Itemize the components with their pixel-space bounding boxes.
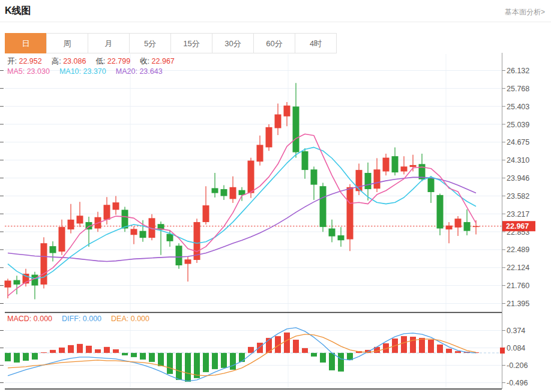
- chart-plot-area[interactable]: [5, 53, 502, 389]
- price-axis-label: 22.124: [507, 264, 529, 272]
- price-axis-label: 22.853: [507, 228, 529, 237]
- price-axis-label: 25.768: [507, 85, 529, 93]
- tab-4hour[interactable]: 4时: [295, 33, 337, 53]
- macd-axis-label: -0.496: [507, 379, 528, 387]
- price-axis-label: 21.395: [507, 300, 529, 308]
- tab-week[interactable]: 周: [46, 33, 88, 53]
- header: K线图 基本面分析>: [0, 0, 551, 22]
- price-axis-label: 23.582: [507, 192, 529, 201]
- tab-30min[interactable]: 30分: [212, 33, 254, 53]
- macd-item-diff: DIFF: 0.000: [62, 315, 101, 323]
- macd-item-dea: DEA: 0.000: [111, 315, 149, 323]
- ohlc-open: 开: 22.952: [7, 57, 42, 65]
- tab-15min[interactable]: 15分: [170, 33, 212, 53]
- ohlc-high: 高: 23.086: [52, 57, 86, 65]
- tab-5min[interactable]: 5分: [129, 33, 171, 53]
- tab-month[interactable]: 月: [88, 33, 130, 53]
- macd-axis-label: 0.084: [507, 344, 525, 352]
- macd-axis-label: 0.374: [507, 327, 525, 335]
- price-axis-label: 25.039: [507, 121, 529, 129]
- price-axis-label: 25.403: [507, 103, 529, 111]
- ma-item-ma20: MA20: 23.643: [116, 67, 163, 76]
- price-axis-label: 23.946: [507, 174, 529, 182]
- fundamental-analysis-link[interactable]: 基本面分析>: [505, 7, 545, 17]
- price-axis-label: 22.489: [507, 246, 529, 254]
- current-price-badge-text: 22.967: [506, 222, 529, 231]
- tab-day[interactable]: 日: [5, 33, 47, 53]
- macd-item-macd: MACD: 0.000: [7, 315, 52, 323]
- price-axis-label: 23.217: [507, 210, 529, 219]
- ma-item-ma5: MA5: 23.030: [7, 67, 50, 76]
- price-axis-label: 21.760: [507, 282, 529, 290]
- ohlc-close: 收: 22.967: [140, 57, 175, 65]
- page-title: K线图: [5, 5, 31, 17]
- ohlc-legend: 开: 22.952高: 23.086低: 22.799收: 22.967: [7, 56, 184, 67]
- current-price-badge: [502, 221, 535, 231]
- price-axis-label: 24.310: [507, 156, 529, 164]
- macd-axis-label: -0.206: [507, 361, 528, 370]
- ma-legend: MA5: 23.030MA10: 23.370MA20: 23.643: [7, 67, 172, 76]
- tab-60min[interactable]: 60分: [253, 33, 295, 53]
- price-axis-label: 24.675: [507, 138, 529, 146]
- timeframe-tabs: 日周月5分15分30分60分4时: [5, 33, 337, 53]
- ma-item-ma10: MA10: 23.370: [59, 67, 106, 76]
- macd-legend: MACD: 0.000DIFF: 0.000DEA: 0.000: [7, 315, 159, 323]
- ohlc-low: 低: 22.799: [95, 57, 130, 65]
- price-axis-label: 26.132: [507, 67, 529, 75]
